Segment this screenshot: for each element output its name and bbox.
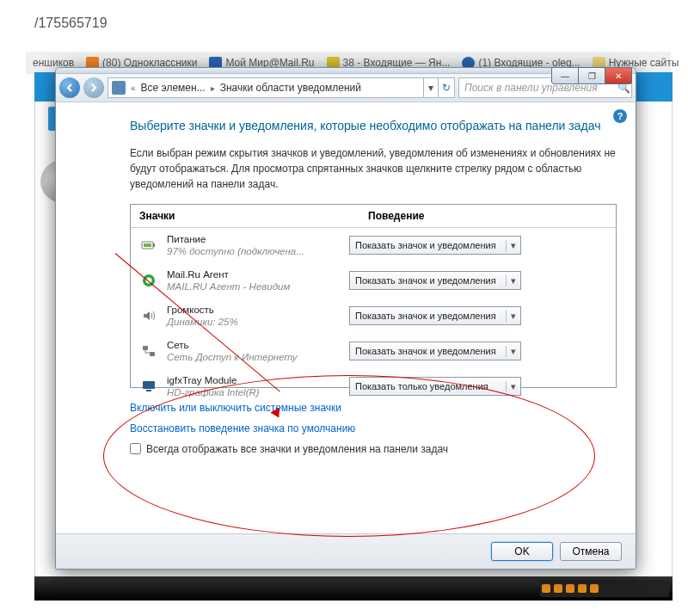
taskbar [34, 576, 673, 601]
behavior-select[interactable]: Показать значок и уведомления ▾ [349, 306, 521, 325]
dialog-footer: OK Отмена [56, 533, 636, 569]
volume-icon [139, 306, 158, 325]
item-subtitle: MAIL.RU Агент - Невидим [167, 280, 349, 293]
page-title: Выберите значки и уведомления, которые н… [130, 118, 617, 135]
titlebar[interactable]: — ❐ ✕ [56, 68, 636, 74]
item-title: Громкость [167, 304, 349, 316]
ok-button[interactable]: OK [491, 542, 553, 561]
page-description: Если выбран режим скрытия значков и увед… [130, 145, 617, 192]
select-value: Показать только уведомления [350, 381, 506, 391]
list-item: Громкость Динамики: 25% Показать значок … [131, 299, 616, 334]
chevron-left-icon: « [131, 83, 136, 93]
breadcrumb[interactable]: « Все элемен... ▸ Значки области уведомл… [108, 77, 455, 98]
chevron-down-icon: ▾ [506, 275, 520, 286]
chevron-down-icon: ▾ [506, 240, 520, 251]
select-value: Показать значок и уведомления [350, 346, 506, 356]
column-icons: Значки [131, 205, 359, 227]
svg-point-4 [146, 278, 152, 284]
icons-list: Значки Поведение Питание 97% доступно (п… [130, 204, 617, 388]
breadcrumb-segment[interactable]: Значки области уведомлений [217, 82, 365, 94]
display-icon [139, 377, 158, 396]
item-subtitle: Динамики: 25% [167, 316, 349, 328]
back-button[interactable] [59, 77, 80, 98]
svg-rect-7 [143, 381, 155, 389]
svg-rect-2 [144, 243, 151, 247]
url-fragment: /175565719 [34, 15, 108, 31]
system-tray [540, 580, 669, 597]
forward-button[interactable] [83, 77, 104, 98]
behavior-select[interactable]: Показать значок и уведомления ▾ [349, 342, 521, 360]
item-title: igfxTray Module [167, 374, 349, 386]
checkbox-label: Всегда отображать все значки и уведомлен… [146, 443, 448, 455]
svg-rect-6 [150, 352, 155, 356]
chevron-down-icon: ▾ [506, 311, 520, 322]
list-item: igfxTray Module HD-графика Intel(R) Пока… [131, 369, 616, 404]
cancel-button[interactable]: Отмена [560, 542, 622, 561]
svg-rect-5 [143, 346, 148, 350]
list-item: Mail.Ru Агент MAIL.RU Агент - Невидим По… [131, 263, 616, 299]
breadcrumb-segment[interactable]: Все элемен... [138, 82, 209, 94]
close-button[interactable]: ✕ [605, 67, 632, 84]
behavior-select[interactable]: Показать значок и уведомления ▾ [349, 271, 521, 290]
column-behavior: Поведение [359, 205, 616, 227]
item-subtitle: Сеть Доступ к Интернету [167, 351, 349, 363]
maximize-button[interactable]: ❐ [579, 67, 605, 84]
control-panel-icon [112, 81, 126, 95]
system-icons-link[interactable]: Включить или выключить системные значки [130, 402, 617, 414]
minimize-button[interactable]: — [551, 67, 579, 84]
breadcrumb-dropdown-icon[interactable]: ▾ [424, 82, 438, 94]
item-subtitle: 97% доступно (подключена... [167, 245, 349, 257]
chevron-down-icon: ▾ [506, 346, 520, 357]
restore-defaults-link[interactable]: Восстановить поведение значка по умолчан… [130, 422, 617, 434]
svg-rect-8 [146, 390, 151, 391]
chevron-down-icon: ▾ [506, 381, 520, 392]
svg-rect-1 [153, 243, 155, 247]
list-item: Питание 97% доступно (подключена... Пока… [131, 228, 616, 263]
item-title: Питание [167, 233, 349, 245]
always-show-checkbox[interactable] [130, 443, 141, 454]
explorer-navbar: « Все элемен... ▸ Значки области уведомл… [56, 74, 636, 102]
list-item: Сеть Сеть Доступ к Интернету Показать зн… [131, 334, 616, 369]
refresh-button[interactable]: ↻ [438, 78, 454, 97]
select-value: Показать значок и уведомления [350, 311, 506, 321]
mailru-agent-icon [139, 271, 158, 290]
item-title: Сеть [167, 339, 349, 351]
chevron-right-icon: ▸ [211, 83, 215, 93]
select-value: Показать значок и уведомления [350, 240, 506, 250]
notification-area-window: — ❐ ✕ « Все элемен... ▸ Значки области у… [55, 67, 636, 570]
item-title: Mail.Ru Агент [167, 268, 349, 280]
network-icon [139, 342, 158, 360]
behavior-select[interactable]: Показать значок и уведомления ▾ [349, 236, 521, 255]
behavior-select[interactable]: Показать только уведомления ▾ [349, 377, 521, 396]
battery-icon [139, 236, 158, 255]
help-button[interactable]: ? [613, 109, 627, 123]
item-subtitle: HD-графика Intel(R) [167, 386, 349, 398]
select-value: Показать значок и уведомления [350, 275, 506, 286]
